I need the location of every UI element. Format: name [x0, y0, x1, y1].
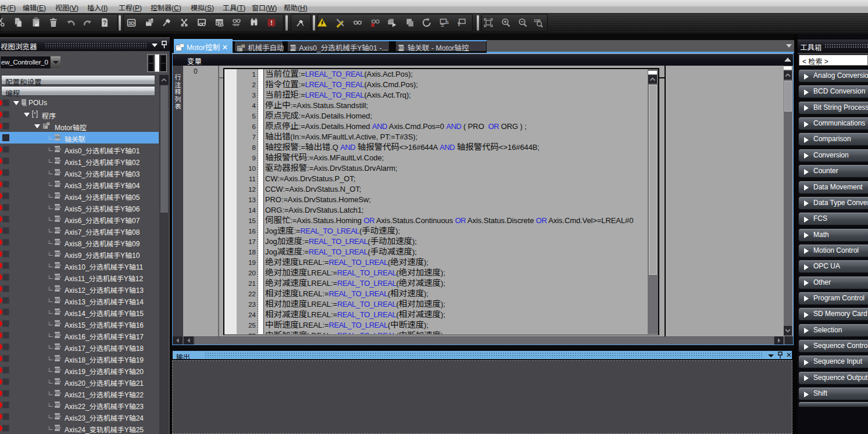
- svg-text:1: 1: [446, 20, 449, 25]
- svg-text:!: !: [270, 19, 273, 26]
- svg-text:?: ?: [103, 19, 106, 26]
- svg-text:3D: 3D: [128, 20, 135, 26]
